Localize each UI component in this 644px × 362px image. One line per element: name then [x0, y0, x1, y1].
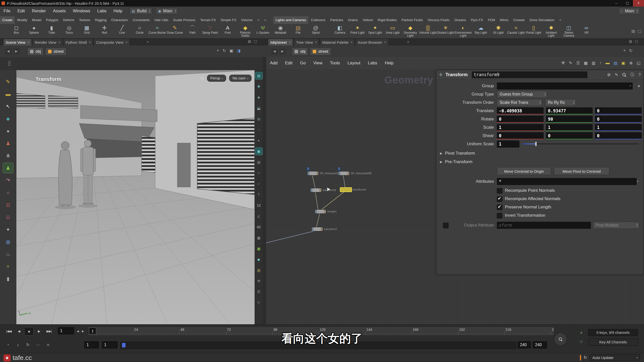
grid-display-icon[interactable]: ▦ [255, 234, 262, 241]
more-options-icon[interactable]: ▽ [255, 299, 262, 306]
menu-item[interactable]: Layout [344, 57, 364, 69]
group-field[interactable]: ▾ [497, 82, 633, 89]
menu-item[interactable]: Add [266, 57, 281, 69]
forward-icon[interactable]: ▶ [279, 48, 286, 55]
rotate-z-field[interactable]: 0 [595, 116, 642, 123]
shelf-tab[interactable]: Lights and Cameras [273, 16, 309, 24]
grid-layout-icon[interactable]: ▦ [584, 61, 588, 65]
realtime-toggle-icon[interactable]: ◔ [4, 341, 12, 349]
tool-file[interactable]: ▤ File [289, 24, 307, 34]
stowbar-grid-icon[interactable]: ⣿ [8, 60, 11, 66]
merge1[interactable]: merge1 [315, 209, 326, 213]
move-centroid-button[interactable]: Move Centroid to Origin [497, 168, 551, 175]
rotate-y-field[interactable]: 90 [546, 116, 593, 123]
playbar-zoom-button[interactable] [555, 334, 566, 345]
viewport-link-icon[interactable]: ◨ [237, 48, 241, 53]
shear-y-field[interactable]: 0 [546, 132, 593, 139]
playback-range-slider[interactable] [120, 342, 516, 349]
checkbox[interactable] [497, 205, 502, 210]
SP_Honyuan004[interactable]: 2 SP_Honyuan004 [307, 171, 318, 175]
menu-item[interactable]: Help [381, 57, 397, 69]
main-combo[interactable]: ◉ Main ▴▾ [156, 8, 178, 15]
shelf-tab[interactable]: Deform [61, 16, 77, 24]
path-segment-street[interactable]: street [45, 48, 66, 56]
checkbox[interactable] [497, 213, 502, 218]
view-highlight-icon[interactable]: ▧ [255, 72, 262, 79]
rotate-x-field[interactable]: 0 [497, 116, 544, 123]
shelf-tab[interactable]: Particles [328, 16, 346, 24]
post-multiply-select[interactable]: Post-Multiply▴▾ [593, 222, 639, 229]
shelf-list-icon[interactable]: ▤ [631, 29, 635, 33]
pose-curve-icon[interactable]: ↷ [3, 175, 13, 185]
add-shelf-tab-button[interactable]: + [255, 16, 262, 24]
translate-x-field[interactable]: -0.409038 [497, 107, 544, 114]
menu-item[interactable]: Help [110, 9, 126, 13]
menu-item[interactable]: File [0, 9, 14, 13]
scale-y-field[interactable]: 1 [546, 124, 593, 131]
slider-handle[interactable] [535, 142, 537, 146]
forward-icon[interactable]: ▶ [13, 48, 20, 55]
tool-torus[interactable]: ◎ Torus [60, 24, 78, 34]
attributes-field[interactable]: * [497, 178, 637, 185]
collapse-arrow-icon[interactable]: ▶ [440, 158, 442, 166]
shelf-tab[interactable]: Drive Simulation [527, 16, 557, 24]
snap-icon[interactable]: ◈ [255, 94, 262, 101]
node-body[interactable] [315, 209, 326, 214]
sync-icon[interactable]: ↻ [223, 48, 226, 53]
view-pivot-icon[interactable]: ⌖ [255, 137, 262, 144]
shade-box-icon[interactable]: ⬓ [255, 105, 262, 112]
shelf-tab[interactable]: FEM [486, 16, 498, 24]
point-numbers-icon[interactable]: 12 [255, 202, 262, 209]
paint-brush-icon[interactable]: ✎ [3, 77, 13, 87]
help-icon[interactable]: ? [638, 73, 641, 77]
tool-path[interactable]: ⌒ Path [184, 24, 201, 34]
translate-y-field[interactable]: 0.93477 [546, 107, 593, 114]
chevron-down-icon[interactable]: ▾ [637, 178, 638, 185]
jump-start-button[interactable]: |◀◀ [4, 327, 14, 336]
brush-icon[interactable]: ✎ [569, 61, 572, 65]
range-start-field[interactable]: 1 [102, 341, 117, 348]
needle-icon[interactable]: † [255, 191, 262, 198]
tab-close-icon[interactable]: × [350, 40, 352, 44]
pane-list-icon[interactable]: ▤ [629, 39, 632, 43]
shelf-tab[interactable]: Texture [77, 16, 93, 24]
build-desktop-combo[interactable]: ▤ Build ▴▾ [129, 8, 152, 15]
collapse-arrow-icon[interactable]: ▶ [440, 150, 442, 157]
color-palette-icon[interactable]: ▨ [614, 61, 617, 65]
tool-grid[interactable]: ▦ Grid [78, 24, 96, 34]
handles-icon[interactable]: ✥ [255, 83, 262, 90]
menu-item[interactable]: Assets [49, 9, 69, 13]
shelf-tab[interactable]: Volume [239, 16, 255, 24]
transform7[interactable]: transform7 [311, 227, 323, 231]
sparkle-green-icon[interactable]: ✧ [3, 261, 13, 272]
scale-z-field[interactable]: 1 [595, 124, 642, 131]
auto-scope-icon[interactable]: ◇ [579, 339, 584, 344]
shelf-tab[interactable]: Collisions [309, 16, 328, 24]
node-body[interactable] [338, 171, 350, 175]
persp-view-selector[interactable]: Persp▾ [207, 75, 226, 82]
menu-item[interactable]: Edit [14, 9, 28, 13]
tool-geometry-light[interactable]: ◆ Geometry Light [401, 24, 419, 37]
node-name-field[interactable]: transform9 [472, 71, 587, 78]
star-icon[interactable]: ✦ [3, 224, 13, 235]
shelf-tab[interactable]: Hair Utils [152, 16, 171, 24]
info-icon[interactable]: ⓘ [630, 72, 634, 77]
group-type-select[interactable]: Guess from Group▴▾ [497, 91, 547, 98]
play-button[interactable]: ▶ [34, 327, 44, 336]
tool-sky-light[interactable]: ☁ Sky Light [472, 24, 490, 34]
shelf-tab[interactable]: Guide Process [171, 16, 198, 24]
range-handle[interactable] [122, 343, 126, 347]
play-reverse-button[interactable]: ◀ [14, 327, 24, 336]
add-note-icon[interactable]: ▬ [606, 61, 610, 65]
scale-x-field[interactable]: 1 [497, 124, 544, 131]
pane-tab[interactable]: Composite View × [94, 39, 130, 46]
shelf-tab[interactable]: Characters [109, 16, 130, 24]
shelf-tab[interactable]: Pyro FX [468, 16, 486, 24]
path-segment-street[interactable]: street [310, 48, 331, 56]
reselect-group-button[interactable]: ➤ [636, 83, 642, 89]
search-icon[interactable] [622, 73, 626, 77]
tool-line[interactable]: ╱ Line [113, 24, 131, 34]
brush-icon[interactable]: ✎ [615, 72, 618, 77]
node-body[interactable] [310, 188, 322, 192]
close-button[interactable]: × [633, 0, 644, 7]
